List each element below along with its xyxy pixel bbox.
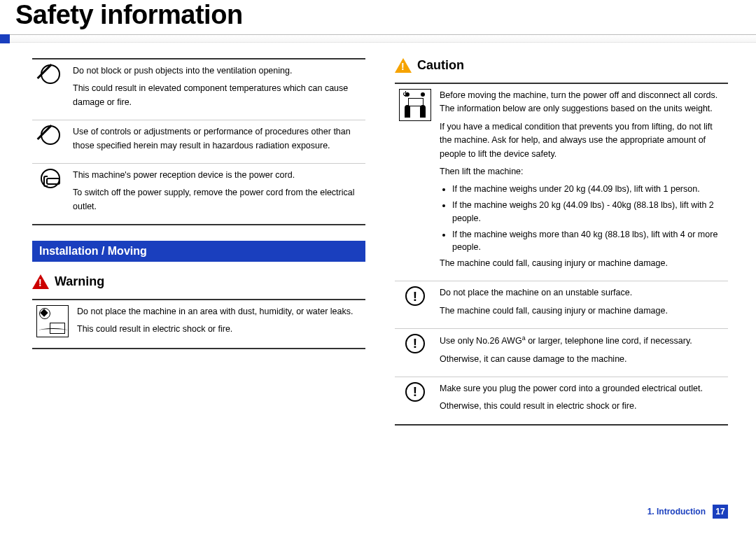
table-row: Use only No.26 AWGa or larger, telephone… [395, 329, 728, 377]
safety-text: Then lift the machine: [440, 165, 724, 178]
table-row: Make sure you plug the power cord into a… [395, 377, 728, 425]
lift-guidelines-list: If the machine weighs under 20 kg (44.09… [440, 183, 724, 254]
prohibit-icon [41, 64, 60, 84]
safety-text: Use of controls or adjustments or perfor… [73, 125, 361, 153]
warning-triangle-icon [32, 274, 49, 289]
table-row: Before moving the machine, turn the powe… [395, 83, 728, 281]
safety-text: If you have a medical condition that pre… [440, 120, 724, 161]
warning-heading: Warning [32, 274, 365, 289]
table-row: Do not block or push objects into the ve… [32, 59, 365, 120]
warning-label: Warning [55, 274, 104, 289]
team-lift-icon [399, 89, 431, 121]
caution-triangle-icon [395, 58, 412, 73]
caution-label: Caution [417, 58, 464, 73]
mandatory-icon [405, 334, 425, 353]
prohibit-icon [41, 125, 60, 145]
caution-heading: Caution [395, 58, 728, 73]
safety-text: Before moving the machine, turn the powe… [440, 89, 724, 116]
no-dust-humidity-icon [36, 305, 69, 337]
safety-text: Do not place the machine in an area with… [77, 305, 361, 318]
safety-table-caution: Before moving the machine, turn the powe… [395, 83, 728, 426]
table-row: Use of controls or adjustments or perfor… [32, 120, 365, 164]
safety-text: This could result in elevated component … [73, 82, 361, 109]
power-plug-icon [41, 169, 60, 188]
chapter-label: 1. Introduction [648, 507, 706, 517]
page-number: 17 [713, 505, 728, 519]
list-item: If the machine weighs 20 kg (44.09 lbs) … [452, 199, 724, 225]
table-row: This machine's power reception device is… [32, 163, 365, 225]
mandatory-icon [405, 382, 425, 402]
mandatory-icon [405, 286, 425, 306]
safety-text: To switch off the power supply, remove t… [73, 186, 361, 213]
table-row: Do not place the machine in an area with… [32, 300, 365, 349]
safety-text: Make sure you plug the power cord into a… [440, 382, 724, 395]
left-column: Do not block or push objects into the ve… [32, 58, 365, 426]
safety-text: This could result in electric shock or f… [77, 323, 361, 336]
page-title: Safety information [0, 0, 756, 34]
right-column: Caution Before moving the machine, turn … [395, 58, 728, 426]
list-item: If the machine weighs more than 40 kg (8… [452, 228, 724, 255]
safety-text: The machine could fall, causing injury o… [440, 304, 724, 318]
title-rule [0, 34, 756, 43]
safety-table-warning: Do not place the machine in an area with… [32, 299, 365, 349]
safety-text: Otherwise, this could result in electric… [440, 400, 724, 413]
list-item: If the machine weighs under 20 kg (44.09… [452, 183, 724, 196]
section-heading: Installation / Moving [32, 241, 365, 262]
safety-text: Do not block or push objects into the ve… [73, 64, 361, 78]
safety-text: Use only No.26 AWGa or larger, telephone… [440, 334, 724, 349]
table-row: Do not place the machine on an unstable … [395, 281, 728, 329]
safety-table-top: Do not block or push objects into the ve… [32, 58, 365, 225]
safety-text: The machine could fall, causing injury o… [440, 257, 724, 270]
safety-text: Otherwise, it can cause damage to the ma… [440, 353, 724, 366]
page-footer: 1. Introduction 17 [648, 505, 728, 519]
safety-text: Do not place the machine on an unstable … [440, 286, 724, 300]
safety-text: This machine's power reception device is… [73, 169, 361, 182]
